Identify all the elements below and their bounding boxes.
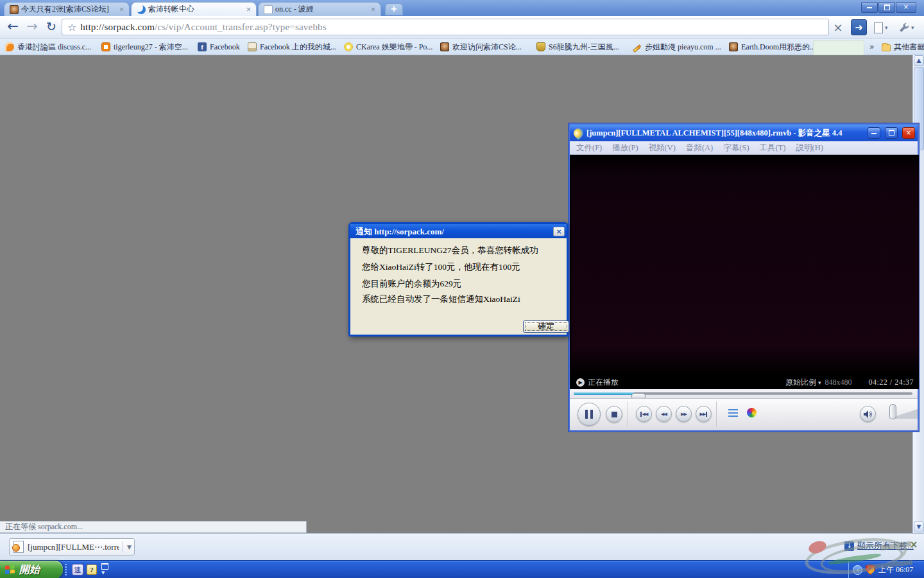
download-icon: ↓ bbox=[844, 541, 854, 551]
chevron-down-icon[interactable]: ▼ bbox=[127, 544, 132, 550]
tab-close-icon[interactable]: × bbox=[370, 6, 377, 13]
tools-menu-button[interactable]: ▾ bbox=[898, 21, 914, 34]
page-favicon-icon bbox=[264, 5, 273, 14]
page-menu-button[interactable]: ▾ bbox=[874, 21, 888, 34]
other-bookmarks-label: 其他書籤 bbox=[894, 42, 924, 53]
stop-loading-button[interactable]: × bbox=[830, 20, 846, 35]
page-icon bbox=[874, 22, 883, 33]
back-button[interactable]: ← bbox=[4, 18, 22, 36]
time-display: 04:22 / 24:37 bbox=[868, 378, 914, 387]
tab-title: on.cc - 波經 bbox=[275, 4, 367, 15]
bookmark-tigerleung[interactable]: tigerleung27 - 索沛空... bbox=[101, 40, 188, 53]
browser-toolbar: ← → ↻ ☆ http://sorpack.com/cs/vip/Accoun… bbox=[0, 16, 924, 39]
color-settings-icon[interactable] bbox=[747, 408, 757, 417]
next-button[interactable]: ▶▶ bbox=[696, 406, 712, 422]
aspect-ratio-dropdown[interactable]: 原始比例 ▾ bbox=[785, 377, 821, 388]
bookmark-label: 香港討論區 discuss.c... bbox=[17, 42, 91, 53]
bookmark-ghost-highlight bbox=[813, 40, 864, 55]
window-close-button[interactable]: × bbox=[896, 2, 916, 13]
seek-bar-row bbox=[570, 389, 918, 398]
scroll-up-arrow-icon[interactable]: ▲ bbox=[914, 55, 924, 66]
menu-file[interactable]: 文件(F) bbox=[576, 143, 602, 153]
omnibox[interactable]: ☆ http://sorpack.com/cs/vip/Account_tran… bbox=[62, 19, 829, 35]
show-desktop-icon[interactable]: ▼ bbox=[101, 563, 110, 575]
quicklaunch-speed-icon[interactable]: 速 bbox=[72, 564, 83, 575]
player-maximize-button[interactable] bbox=[885, 127, 898, 139]
media-player-window: [jumpcn][FULLMETAL ALCHEMIST][55][848x48… bbox=[569, 123, 919, 432]
bookmarks-overflow-chevron[interactable]: » bbox=[869, 40, 874, 53]
player-close-button[interactable]: × bbox=[902, 127, 915, 139]
circle-badge-icon bbox=[344, 42, 353, 51]
menu-subtitle[interactable]: 字幕(S) bbox=[723, 143, 749, 153]
download-item-torrent[interactable]: [jumpcn][FULLME⋯.torrent ▼ bbox=[9, 538, 135, 556]
menu-tools[interactable]: 工具(T) bbox=[760, 143, 786, 153]
show-all-downloads-link[interactable]: ↓ 顯示所有下載... bbox=[844, 540, 914, 552]
house-icon bbox=[248, 42, 257, 51]
minimize-icon bbox=[867, 7, 872, 8]
player-minimize-button[interactable] bbox=[868, 127, 880, 139]
tab-forum[interactable]: 今天只有2张[索沛CS论坛] × bbox=[4, 2, 130, 16]
stop-button[interactable] bbox=[606, 406, 622, 423]
torrent-file-icon bbox=[13, 541, 24, 553]
bookmark-sorpack-cs[interactable]: 欢迎访问索沛CS论... bbox=[440, 40, 522, 53]
bookmark-discuss[interactable]: 香港討論區 discuss.c... bbox=[5, 40, 91, 53]
seek-track[interactable] bbox=[574, 392, 912, 395]
tab-oncc[interactable]: on.cc - 波經 × bbox=[258, 2, 381, 16]
quicklaunch-help-icon[interactable]: ? bbox=[87, 565, 97, 575]
dialog-message-line: 尊敬的TIGERLEUNG27会员，恭喜您转帐成功 bbox=[362, 245, 538, 256]
bookmark-label: Facebook bbox=[210, 42, 240, 52]
other-bookmarks-folder[interactable]: 其他書籤 bbox=[882, 40, 924, 53]
maximize-icon bbox=[889, 130, 894, 136]
tab-close-icon[interactable]: × bbox=[245, 6, 252, 13]
divider bbox=[716, 401, 717, 427]
player-control-bar: ◀◀ ◀◀ ▶▶ ▶▶ bbox=[570, 398, 918, 430]
dialog-titlebar[interactable]: 通知 http://sorpack.com/ × bbox=[350, 224, 567, 238]
close-shelf-icon[interactable]: × bbox=[909, 540, 919, 550]
url-text: http://sorpack.com/cs/vip/Account_transf… bbox=[80, 22, 327, 33]
volume-button[interactable] bbox=[860, 406, 876, 422]
new-tab-button[interactable]: + bbox=[385, 3, 403, 15]
skip-previous-icon: ◀◀ bbox=[640, 412, 648, 417]
volume-slider-handle[interactable] bbox=[889, 404, 896, 419]
bookmark-earthdoom[interactable]: Earth.Doom用邪恶的... bbox=[729, 40, 816, 53]
player-titlebar[interactable]: [jumpcn][FULLMETAL ALCHEMIST][55][848x48… bbox=[570, 125, 918, 141]
bookmark-s6[interactable]: S6龍騰九州-三国風... bbox=[536, 40, 619, 53]
bookmark-facebook[interactable]: fFacebook bbox=[198, 40, 240, 53]
security-shield-icon[interactable] bbox=[866, 565, 875, 575]
ok-button[interactable]: 確定 bbox=[523, 320, 569, 333]
forward-button[interactable]: → bbox=[23, 18, 41, 36]
menu-video[interactable]: 視頻(V) bbox=[649, 143, 676, 153]
system-tray: ‹ 上午 06:07 bbox=[848, 561, 924, 578]
window-minimize-button[interactable] bbox=[861, 2, 878, 13]
tab-transfer-center[interactable]: 索沛转帐中心 × bbox=[131, 2, 257, 16]
status-bar: 正在等候 sorpack.com... bbox=[0, 521, 307, 533]
go-button[interactable]: ➜ bbox=[851, 19, 867, 35]
playlist-icon[interactable] bbox=[728, 409, 738, 417]
stop-icon bbox=[612, 412, 617, 417]
bookmark-star-icon[interactable]: ☆ bbox=[62, 21, 80, 33]
pause-button[interactable] bbox=[578, 403, 601, 426]
menu-help[interactable]: 説明(H) bbox=[796, 143, 823, 153]
previous-button[interactable]: ◀◀ bbox=[636, 406, 652, 422]
start-button[interactable]: 開始 bbox=[0, 561, 63, 578]
video-display-area[interactable]: ▶ 正在播放 原始比例 ▾ 848x480 04:22 / 24:37 bbox=[571, 155, 919, 389]
rewind-button[interactable]: ◀◀ bbox=[656, 406, 672, 422]
scroll-down-arrow-icon[interactable]: ▼ bbox=[914, 521, 924, 532]
tray-collapse-chevron-icon[interactable]: ‹ bbox=[853, 565, 862, 575]
bookmark-ckarea[interactable]: CKarea 娛樂地帶 - Po... bbox=[344, 40, 432, 53]
window-restore-button[interactable] bbox=[878, 2, 895, 13]
bookmark-label: Facebook 上的我的城... bbox=[260, 42, 336, 53]
fast-forward-button[interactable]: ▶▶ bbox=[676, 406, 692, 422]
avatar-icon bbox=[440, 42, 449, 51]
dialog-close-icon[interactable]: × bbox=[553, 227, 565, 236]
reload-button[interactable]: ↻ bbox=[42, 18, 60, 36]
bookmark-facebook-city[interactable]: Facebook 上的我的城... bbox=[248, 40, 336, 53]
bookmark-pieayu[interactable]: 步姐動漫 pieayu.com ... bbox=[633, 40, 721, 53]
skip-next-icon: ▶▶ bbox=[700, 412, 708, 417]
chevron-down-icon: ▾ bbox=[885, 24, 888, 31]
bookmark-label: 欢迎访问索沛CS论... bbox=[452, 42, 522, 53]
menu-audio[interactable]: 音頻(A) bbox=[686, 143, 713, 153]
tab-close-icon[interactable]: × bbox=[118, 6, 125, 13]
menu-play[interactable]: 播放(P) bbox=[612, 143, 638, 153]
speaker-icon bbox=[864, 410, 872, 418]
